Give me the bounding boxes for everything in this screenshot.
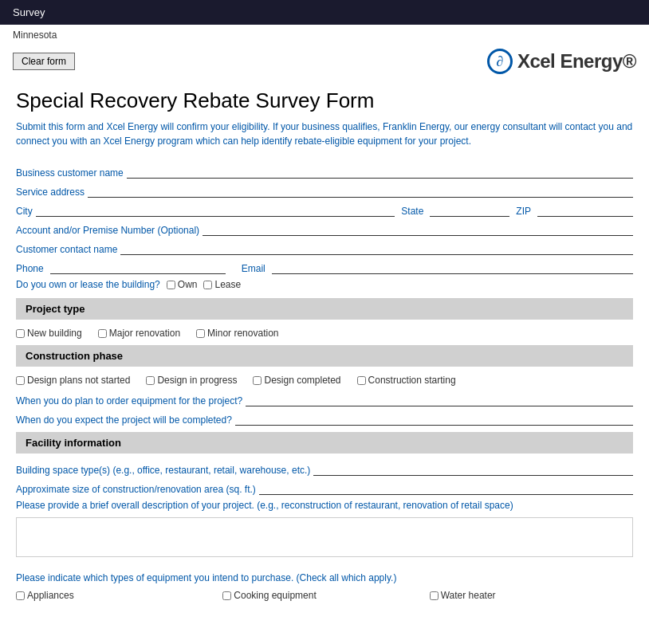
zip-group: ZIP <box>516 202 633 217</box>
state-bar: Minnesota <box>0 25 649 45</box>
service-address-label: Service address <box>16 187 85 198</box>
logo-text: Xcel Energy® <box>517 50 636 73</box>
own-checkbox[interactable] <box>167 281 175 289</box>
account-label: Account and/or Premise Number (Optional) <box>16 225 199 236</box>
order-equipment-label: When you do plan to order equipment for … <box>16 395 242 406</box>
cooking-equipment-checkbox[interactable] <box>222 591 231 600</box>
xcel-logo-icon: ∂ <box>487 49 513 74</box>
email-label: Email <box>242 263 266 274</box>
project-complete-input[interactable] <box>235 411 633 426</box>
contact-name-input[interactable] <box>120 241 633 255</box>
contact-name-label: Customer contact name <box>16 244 117 255</box>
phone-input[interactable] <box>50 260 226 274</box>
building-space-row: Building space type(s) (e.g., office, re… <box>16 461 633 476</box>
lease-checkbox[interactable] <box>203 281 212 289</box>
phone-label: Phone <box>16 263 44 274</box>
phone-group: Phone <box>16 260 226 274</box>
approx-size-label: Approximate size of construction/renovat… <box>16 484 256 495</box>
business-name-label: Business customer name <box>16 167 124 179</box>
lease-checkbox-group[interactable]: Lease <box>203 279 241 290</box>
description-textarea[interactable] <box>16 517 633 557</box>
design-not-started-item[interactable]: Design plans not started <box>16 375 130 386</box>
construction-phase-header: Construction phase <box>16 345 633 367</box>
water-heater-item[interactable]: Water heater <box>430 590 633 601</box>
cooking-equipment-item[interactable]: Cooking equipment <box>222 590 426 601</box>
city-state-zip-row: City State ZIP <box>16 202 633 217</box>
logo: ∂ Xcel Energy® <box>487 49 636 74</box>
service-address-row: Service address <box>16 183 633 198</box>
facility-info-header: Facility information <box>16 432 633 454</box>
project-type-row: New building Major renovation Minor reno… <box>16 328 633 339</box>
top-bar-label: Survey <box>13 6 45 18</box>
email-group: Email <box>242 260 633 274</box>
description-row: Please provide a brief overall descripti… <box>16 500 633 560</box>
email-input[interactable] <box>272 260 633 274</box>
appliances-checkbox[interactable] <box>16 591 25 600</box>
design-completed-label: Design completed <box>264 375 340 386</box>
own-lease-row: Do you own or lease the building? Own Le… <box>16 279 633 290</box>
state-input[interactable] <box>430 202 509 217</box>
zip-label: ZIP <box>516 206 531 217</box>
minor-renovation-label: Minor renovation <box>207 328 278 339</box>
order-equipment-row: When you do plan to order equipment for … <box>16 392 633 406</box>
subtitle-text: Submit this form and Xcel Energy will co… <box>16 120 633 148</box>
own-lease-label: Do you own or lease the building? <box>16 279 160 290</box>
design-completed-item[interactable]: Design completed <box>253 375 340 386</box>
state-group: State <box>401 202 509 217</box>
design-in-progress-checkbox[interactable] <box>146 376 155 385</box>
major-renovation-item[interactable]: Major renovation <box>98 328 180 339</box>
cooking-equipment-label: Cooking equipment <box>234 590 316 601</box>
project-complete-label: When do you expect the project will be c… <box>16 414 232 426</box>
design-not-started-label: Design plans not started <box>27 375 130 386</box>
equipment-note: Please indicate which types of equipment… <box>16 572 633 583</box>
equipment-section: Please indicate which types of equipment… <box>16 572 633 601</box>
lease-label: Lease <box>214 279 241 290</box>
construction-phase-row: Design plans not started Design in progr… <box>16 375 633 386</box>
approx-size-input[interactable] <box>259 481 633 495</box>
contact-name-row: Customer contact name <box>16 241 633 255</box>
design-in-progress-item[interactable]: Design in progress <box>146 375 237 386</box>
new-building-label: New building <box>27 328 82 339</box>
equipment-options: Appliances Cooking equipment Water heate… <box>16 590 633 601</box>
state-label: State <box>401 206 423 217</box>
water-heater-checkbox[interactable] <box>430 591 439 600</box>
major-renovation-checkbox[interactable] <box>98 329 107 338</box>
building-space-input[interactable] <box>313 461 633 476</box>
page-title: Special Recovery Rebate Survey Form <box>16 88 633 113</box>
order-equipment-input[interactable] <box>246 392 633 406</box>
construction-starting-item[interactable]: Construction starting <box>357 375 456 386</box>
own-label: Own <box>178 279 198 290</box>
construction-starting-checkbox[interactable] <box>357 376 366 385</box>
description-label: Please provide a brief overall descripti… <box>16 500 630 511</box>
design-not-started-checkbox[interactable] <box>16 376 25 385</box>
city-label: City <box>16 206 33 217</box>
city-input[interactable] <box>36 202 395 217</box>
account-row: Account and/or Premise Number (Optional) <box>16 222 633 236</box>
account-input[interactable] <box>203 222 633 236</box>
appliances-label: Appliances <box>27 590 74 601</box>
state-label: Minnesota <box>13 29 57 41</box>
minor-renovation-checkbox[interactable] <box>196 329 205 338</box>
phone-email-row: Phone Email <box>16 260 633 274</box>
business-name-row: Business customer name <box>16 164 633 179</box>
service-address-input[interactable] <box>88 183 633 198</box>
design-in-progress-label: Design in progress <box>157 375 237 386</box>
zip-input[interactable] <box>537 202 633 217</box>
water-heater-label: Water heater <box>441 590 496 601</box>
design-completed-checkbox[interactable] <box>253 376 262 385</box>
building-space-label: Building space type(s) (e.g., office, re… <box>16 465 310 476</box>
top-bar: Survey <box>0 0 649 25</box>
own-checkbox-group[interactable]: Own <box>167 279 198 290</box>
approx-size-row: Approximate size of construction/renovat… <box>16 481 633 495</box>
business-name-input[interactable] <box>127 164 633 179</box>
new-building-checkbox[interactable] <box>16 329 25 338</box>
minor-renovation-item[interactable]: Minor renovation <box>196 328 278 339</box>
project-type-header: Project type <box>16 298 633 320</box>
construction-starting-label: Construction starting <box>368 375 456 386</box>
new-building-item[interactable]: New building <box>16 328 82 339</box>
clear-form-button[interactable]: Clear form <box>13 53 75 70</box>
major-renovation-label: Major renovation <box>109 328 180 339</box>
appliances-item[interactable]: Appliances <box>16 590 219 601</box>
project-complete-row: When do you expect the project will be c… <box>16 411 633 426</box>
